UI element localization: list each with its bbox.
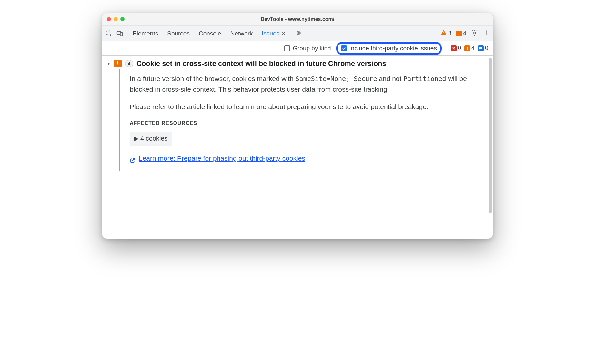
breaking-badge[interactable]: ! 4	[456, 30, 466, 37]
svg-rect-9	[479, 47, 482, 49]
external-link-icon	[130, 156, 136, 162]
issue-header[interactable]: ▼ ! 4 Cookie set in cross-site context w…	[104, 58, 493, 69]
breaking-count: 4	[463, 30, 466, 37]
warnings-count: 8	[448, 30, 451, 37]
svg-point-8	[486, 34, 487, 35]
tab-bar: Elements Sources Console Network Issues …	[102, 26, 493, 41]
settings-gear-icon[interactable]	[471, 29, 479, 38]
tab-close-icon[interactable]: ✕	[281, 30, 286, 36]
tab-issues-label: Issues	[262, 30, 279, 37]
svg-rect-2	[120, 32, 122, 36]
issue-body: In a future version of the browser, cook…	[119, 69, 493, 171]
collapse-triangle-icon: ▶	[134, 134, 138, 144]
issue-occurrence-count: 4	[125, 60, 133, 67]
code-partitioned: Partitioned	[403, 75, 446, 83]
scrollbar[interactable]	[489, 58, 492, 213]
learn-more-text: Learn more: Prepare for phasing out thir…	[139, 153, 305, 164]
svg-rect-4	[443, 34, 444, 34]
group-by-kind-checkbox[interactable]: Group by kind	[284, 45, 331, 52]
breaking-change-icon: !	[464, 46, 470, 51]
include-third-party-label: Include third-party cookie issues	[349, 45, 437, 52]
code-samesite: SameSite=None; Secure	[296, 75, 377, 83]
svg-rect-3	[443, 32, 444, 33]
errors-count: 0	[458, 45, 461, 52]
checkbox-checked-icon	[341, 46, 347, 51]
warning-triangle-icon	[440, 29, 447, 37]
learn-more-link[interactable]: Learn more: Prepare for phasing out thir…	[130, 153, 305, 164]
issue-description-paragraph-2: Please refer to the article linked to le…	[130, 102, 483, 112]
issue-type-counts: ✕ 0 ! 4 0	[451, 45, 488, 52]
device-toggle-icon[interactable]	[116, 30, 124, 37]
tab-elements[interactable]: Elements	[133, 30, 158, 37]
info-count: 0	[485, 45, 488, 52]
affected-cookies-label: 4 cookies	[140, 134, 168, 144]
checkbox-unchecked-icon	[284, 46, 290, 51]
window-maximize-button[interactable]	[120, 17, 125, 21]
issue-description-paragraph-1: In a future version of the browser, cook…	[130, 74, 483, 95]
include-third-party-checkbox[interactable]: Include third-party cookie issues	[341, 45, 437, 52]
svg-point-5	[474, 32, 476, 34]
issues-content: ▼ ! 4 Cookie set in cross-site context w…	[102, 56, 493, 239]
tab-sources[interactable]: Sources	[167, 30, 190, 37]
affected-resources-heading: AFFECTED RESOURCES	[130, 119, 483, 127]
filter-bar: Group by kind Include third-party cookie…	[102, 41, 493, 56]
svg-point-7	[486, 32, 487, 33]
more-options-icon[interactable]	[483, 30, 489, 37]
svg-point-6	[486, 30, 487, 31]
warnings-badge[interactable]: 8	[440, 29, 451, 37]
group-by-kind-label: Group by kind	[293, 45, 331, 52]
window-close-button[interactable]	[107, 17, 111, 21]
issue-item: ▼ ! 4 Cookie set in cross-site context w…	[102, 56, 493, 176]
breaking-change-icon: !	[456, 31, 462, 36]
info-count-item[interactable]: 0	[478, 45, 488, 52]
panel-tabs: Elements Sources Console Network Issues …	[133, 29, 302, 38]
tab-console[interactable]: Console	[199, 30, 221, 37]
issue-title: Cookie set in cross-site context will be…	[136, 59, 386, 68]
errors-count-item[interactable]: ✕ 0	[451, 45, 461, 52]
breaking-change-icon: !	[114, 60, 122, 67]
breaking-count-item[interactable]: ! 4	[464, 45, 475, 52]
highlighted-checkbox-ring: Include third-party cookie issues	[336, 42, 442, 55]
titlebar: DevTools - www.nytimes.com/	[102, 13, 493, 26]
affected-cookies-toggle[interactable]: ▶ 4 cookies	[130, 132, 172, 146]
status-area: 8 ! 4	[440, 29, 489, 38]
inspect-element-icon[interactable]	[106, 30, 113, 37]
tab-network[interactable]: Network	[230, 30, 253, 37]
window-minimize-button[interactable]	[114, 17, 118, 21]
breaking-count-filter: 4	[471, 45, 475, 52]
more-tabs-icon[interactable]	[295, 29, 302, 38]
svg-rect-0	[107, 31, 110, 34]
devtools-window: DevTools - www.nytimes.com/ Elements Sou…	[102, 13, 493, 239]
error-icon: ✕	[451, 46, 457, 51]
traffic-lights	[107, 17, 125, 21]
info-icon	[478, 46, 484, 51]
expand-triangle-icon: ▼	[107, 61, 111, 66]
window-title: DevTools - www.nytimes.com/	[102, 16, 493, 22]
tab-issues[interactable]: Issues ✕	[262, 30, 286, 37]
